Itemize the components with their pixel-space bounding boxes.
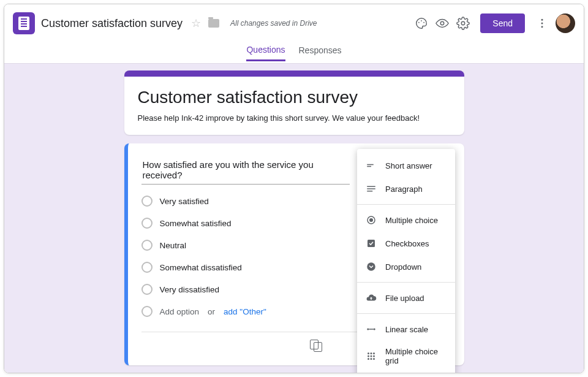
svg-rect-9 — [367, 166, 371, 167]
add-other-link[interactable]: add "Other" — [224, 307, 266, 316]
form-canvas: Customer satisfaction survey Please help… — [4, 63, 584, 373]
dropdown-icon — [366, 261, 377, 272]
paragraph-icon — [366, 183, 377, 194]
type-linear-scale[interactable]: Linear scale — [357, 318, 455, 341]
type-short-answer[interactable]: Short answer — [357, 154, 455, 177]
svg-point-26 — [368, 358, 369, 360]
type-mc-grid[interactable]: Multiple choice grid — [357, 341, 455, 371]
send-button[interactable]: Send — [480, 13, 525, 33]
type-dropdown[interactable]: Dropdown — [357, 255, 455, 278]
form-description-field[interactable]: Please help Ink-42 improve by taking thi… — [138, 113, 451, 123]
radio-icon — [141, 306, 153, 317]
option-label[interactable]: Somewhat dissatisfied — [160, 263, 242, 272]
radio-icon — [141, 240, 153, 251]
form-title-field[interactable]: Customer satisfaction survey — [138, 88, 451, 107]
save-status: All changes saved in Drive — [230, 19, 317, 28]
star-icon[interactable]: ☆ — [191, 17, 201, 30]
menu-label: Short answer — [385, 161, 432, 170]
svg-point-18 — [374, 329, 375, 330]
svg-point-16 — [367, 262, 375, 271]
type-paragraph[interactable]: Paragraph — [357, 177, 455, 200]
type-file-upload[interactable]: File upload — [357, 286, 455, 310]
forms-logo[interactable] — [13, 12, 35, 34]
palette-icon[interactable] — [414, 16, 429, 31]
svg-point-20 — [368, 352, 369, 354]
svg-point-14 — [369, 218, 373, 222]
svg-point-22 — [373, 352, 375, 354]
svg-point-1 — [421, 20, 422, 21]
svg-point-6 — [541, 23, 543, 25]
svg-point-2 — [424, 22, 425, 23]
svg-point-25 — [373, 356, 375, 357]
form-title[interactable]: Customer satisfaction survey — [41, 17, 183, 30]
menu-divider — [357, 313, 455, 314]
checkbox-icon — [366, 238, 377, 249]
type-checkboxes[interactable]: Checkboxes — [357, 232, 455, 255]
svg-point-17 — [367, 329, 369, 330]
svg-rect-8 — [367, 164, 374, 166]
option-label[interactable]: Neutral — [160, 241, 187, 250]
svg-point-28 — [373, 358, 375, 360]
svg-point-0 — [418, 22, 420, 23]
svg-point-24 — [371, 356, 372, 357]
linear-scale-icon — [366, 324, 377, 335]
account-avatar[interactable] — [556, 13, 575, 33]
question-type-menu: Short answer Paragraph Multiple choice C… — [357, 149, 455, 373]
svg-point-23 — [368, 356, 369, 357]
svg-point-4 — [462, 21, 466, 25]
menu-label: Dropdown — [385, 262, 421, 272]
menu-divider — [357, 282, 455, 283]
option-label[interactable]: Somewhat satisfied — [160, 219, 232, 228]
svg-rect-10 — [367, 186, 375, 188]
grid-dots-icon — [366, 351, 377, 362]
or-text: or — [208, 307, 215, 316]
tabs-bar: Questions Responses — [4, 42, 584, 63]
question-title-input[interactable]: How satisfied are you with the service y… — [141, 157, 350, 185]
svg-rect-12 — [367, 191, 372, 192]
preview-icon[interactable] — [435, 16, 450, 31]
tab-questions[interactable]: Questions — [246, 45, 285, 61]
menu-label: Multiple choice grid — [385, 347, 447, 365]
cloud-upload-icon — [366, 292, 377, 303]
option-label[interactable]: Very dissatisfied — [160, 285, 220, 294]
top-bar: Customer satisfaction survey ☆ All chang… — [4, 4, 584, 42]
menu-label: Paragraph — [385, 185, 423, 194]
folder-icon[interactable] — [208, 19, 219, 28]
svg-point-5 — [541, 19, 543, 21]
duplicate-icon[interactable] — [310, 340, 322, 352]
radio-icon — [141, 218, 153, 229]
short-answer-icon — [366, 160, 377, 171]
option-label[interactable]: Very satisfied — [160, 197, 209, 206]
svg-point-27 — [371, 358, 372, 360]
radio-icon — [141, 196, 153, 207]
menu-label: Multiple choice — [385, 216, 438, 225]
svg-rect-15 — [368, 240, 375, 247]
radio-icon — [141, 284, 153, 295]
form-header-card[interactable]: Customer satisfaction survey Please help… — [124, 70, 464, 135]
svg-point-21 — [371, 352, 372, 354]
radio-selected-icon — [366, 215, 377, 226]
svg-rect-11 — [367, 188, 375, 189]
type-cb-grid[interactable]: Checkbox grid — [357, 371, 455, 373]
svg-rect-19 — [369, 329, 374, 330]
settings-icon[interactable] — [456, 16, 470, 31]
more-icon[interactable] — [535, 16, 549, 31]
menu-divider — [357, 204, 455, 205]
svg-point-3 — [441, 21, 445, 25]
svg-point-7 — [541, 26, 543, 28]
type-multiple-choice[interactable]: Multiple choice — [357, 208, 455, 232]
tab-responses[interactable]: Responses — [299, 45, 342, 60]
radio-icon — [141, 262, 153, 273]
menu-label: Checkboxes — [385, 239, 429, 248]
add-option-link[interactable]: Add option — [160, 307, 200, 316]
menu-label: Linear scale — [385, 325, 428, 334]
menu-label: File upload — [385, 294, 424, 303]
